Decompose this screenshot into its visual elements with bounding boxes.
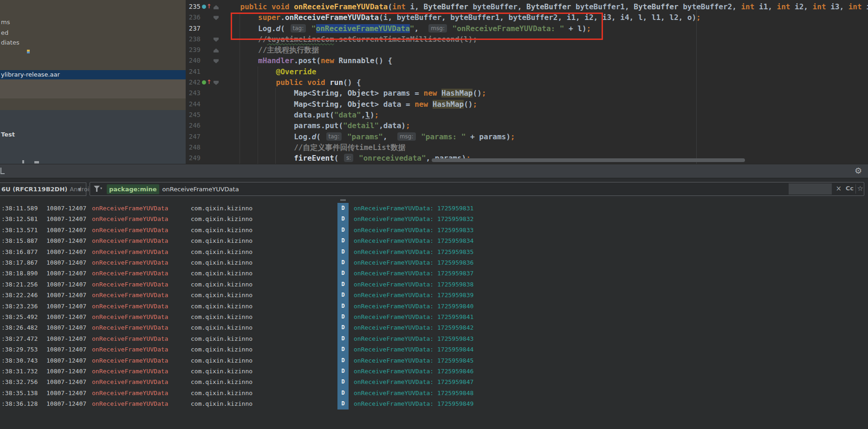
line-number[interactable]: 245	[186, 110, 201, 120]
log-pkg: com.qixin.kizinno	[191, 322, 253, 333]
line-number[interactable]: 242	[186, 77, 201, 88]
code-line-248[interactable]: 248 //自定义事件回传timeList数据	[186, 142, 868, 153]
gutter-blank	[201, 66, 213, 77]
code-line-236[interactable]: 236 super.onReceiveFrameYUVData(i, byteB…	[186, 12, 868, 23]
fold-up-icon[interactable]	[213, 1, 220, 12]
code-editor[interactable]: 235↑ public void onReceiveFrameYUVData(i…	[186, 0, 868, 164]
code-token: run	[330, 78, 343, 87]
log-row[interactable]: :38:23.23610807-12407onReceiveFrameYUVDa…	[0, 301, 868, 312]
code-line-242[interactable]: 242↑ public void run() {	[186, 77, 868, 88]
line-number[interactable]: 235	[186, 1, 201, 12]
log-row[interactable]: :38:27.47210807-12407onReceiveFrameYUVDa…	[0, 333, 868, 344]
log-row[interactable]: :38:25.49210807-12407onReceiveFrameYUVDa…	[0, 312, 868, 322]
clipped-fragment	[34, 161, 39, 163]
divider	[855, 184, 856, 194]
match-case-icon[interactable]: Cc	[846, 185, 854, 192]
editor-horizontal-scrollbar[interactable]	[432, 158, 745, 162]
log-row[interactable]: :38:13.57110807-12407onReceiveFrameYUVDa…	[0, 225, 868, 235]
line-number[interactable]: 241	[186, 66, 201, 77]
project-tree-item[interactable]: diates	[1, 38, 19, 47]
code-line-238[interactable]: 238 //tuyatimeLineCom.setCurrentTimeInMi…	[186, 34, 868, 45]
code-token: "params"	[347, 132, 383, 141]
code-line-243[interactable]: 243 Map<String, Object> params = new Has…	[186, 88, 868, 98]
inline-hint-chip: tag:	[291, 24, 306, 32]
code-token	[343, 132, 347, 141]
project-tree-item[interactable]: ms	[1, 18, 10, 27]
log-row[interactable]: :38:18.89010807-12407onReceiveFrameYUVDa…	[0, 268, 868, 279]
log-level-badge: D	[337, 398, 349, 409]
filter-funnel-icon[interactable]: ▾	[94, 185, 105, 193]
teal-dot-red-arrow-icon[interactable]: ↑	[201, 1, 213, 12]
favorite-star-icon[interactable]: ☆	[857, 184, 863, 193]
project-tree-item-selected[interactable]: ylibrary-release.aar	[0, 70, 186, 79]
code-line-239[interactable]: 239 //主线程执行数据	[186, 45, 868, 55]
code-token: "params: "	[421, 132, 466, 141]
code-line-235[interactable]: 235↑ public void onReceiveFrameYUVData(i…	[186, 1, 868, 12]
code-token	[354, 154, 359, 162]
code-token: (	[334, 154, 343, 162]
device-selector[interactable]: 6U (RFCR119B2DH) Android 12, API 31 ▼	[0, 182, 86, 196]
gutter-blank	[201, 88, 213, 98]
line-number[interactable]: 248	[186, 142, 201, 153]
code-text: super.onReceiveFrameYUVData(i, byteBuffe…	[220, 12, 701, 23]
log-row[interactable]: :38:22.24610807-12407onReceiveFrameYUVDa…	[0, 290, 868, 300]
log-row[interactable]: :38:16.87710807-12407onReceiveFrameYUVDa…	[0, 247, 868, 257]
code-line-237[interactable]: 237 Log.d( tag: "onReceiveFrameYUVData",…	[186, 23, 868, 34]
code-line-241[interactable]: 241 @Override	[186, 66, 868, 77]
log-row[interactable]: :38:31.73210807-12407onReceiveFrameYUVDa…	[0, 366, 868, 377]
log-row[interactable]: :38:32.75610807-12407onReceiveFrameYUVDa…	[0, 377, 868, 387]
code-line-245[interactable]: 245 data.put("data",l);	[186, 110, 868, 120]
project-tree-item-test[interactable]: Test	[1, 131, 15, 138]
green-dot-red-arrow-icon[interactable]: ↑	[201, 77, 213, 88]
log-tag: onReceiveFrameYUVData	[92, 355, 168, 366]
code-token: public	[276, 78, 303, 87]
code-token: new	[424, 89, 437, 98]
code-token: byteBuffer1,	[571, 2, 634, 11]
fold-down-icon[interactable]	[213, 77, 220, 88]
log-row[interactable]: :38:17.86710807-12407onReceiveFrameYUVDa…	[0, 257, 868, 268]
log-row[interactable]: :38:12.58110807-12407onReceiveFrameYUVDa…	[0, 214, 868, 224]
line-number[interactable]: 237	[186, 23, 201, 34]
line-number[interactable]: 238	[186, 34, 201, 45]
filter-chip-package-mine[interactable]: package:mine	[107, 184, 159, 194]
log-row[interactable]: :38:29.75310807-12407onReceiveFrameYUVDa…	[0, 344, 868, 355]
logcat-output[interactable]: :38:11.58910807-12407onReceiveFrameYUVDa…	[0, 198, 868, 429]
log-row[interactable]: :38:15.88710807-12407onReceiveFrameYUVDa…	[0, 235, 868, 246]
fold-blank	[213, 142, 220, 153]
fold-down-icon[interactable]	[213, 34, 220, 45]
log-row[interactable]: :38:26.48210807-12407onReceiveFrameYUVDa…	[0, 322, 868, 333]
line-number[interactable]: 247	[186, 131, 201, 142]
line-number[interactable]: 249	[186, 153, 201, 163]
line-number[interactable]: 236	[186, 12, 201, 23]
log-row[interactable]: :38:21.25610807-12407onReceiveFrameYUVDa…	[0, 279, 868, 290]
log-row[interactable]: :38:30.74310807-12407onReceiveFrameYUVDa…	[0, 355, 868, 366]
gear-icon[interactable]: ⚙	[855, 166, 862, 176]
log-row[interactable]: :38:35.13810807-12407onReceiveFrameYUVDa…	[0, 388, 868, 398]
line-number[interactable]: 244	[186, 99, 201, 110]
inline-hint-chip: msg:	[397, 132, 416, 141]
clear-filter-icon[interactable]: ×	[836, 184, 842, 193]
fold-up-icon[interactable]	[213, 45, 220, 55]
log-row[interactable]: :38:11.58910807-12407onReceiveFrameYUVDa…	[0, 203, 868, 214]
log-row[interactable]: :38:36.12810807-12407onReceiveFrameYUVDa…	[0, 398, 868, 409]
log-level-badge: D	[337, 203, 349, 214]
code-line-247[interactable]: 247 Log.d( tag: "params", msg: "params: …	[186, 131, 868, 142]
project-tree-item[interactable]: ed	[1, 28, 8, 38]
log-time: :38:11.589	[1, 203, 38, 214]
log-msg: onReceiveFrameYUVData: 1725959838	[354, 279, 473, 290]
line-number[interactable]: 243	[186, 88, 201, 98]
code-line-246[interactable]: 246 params.put("detail",data);	[186, 120, 868, 131]
fold-down-icon[interactable]	[213, 55, 220, 66]
line-number[interactable]: 246	[186, 120, 201, 131]
log-tag: onReceiveFrameYUVData	[92, 257, 168, 268]
filter-query-text[interactable]: onReceiveFrameYUVData	[162, 186, 239, 193]
code-line-240[interactable]: 240 mHandler.post(new Runnable() {	[186, 55, 868, 66]
code-token: data.put(	[294, 110, 334, 119]
code-token: i3,	[826, 2, 849, 11]
code-line-244[interactable]: 244 Map<String, Object> data = new HashM…	[186, 99, 868, 110]
fold-down-icon[interactable]	[213, 12, 220, 23]
logcat-filter-input[interactable]: ▾ package:mine onReceiveFrameYUVData × C…	[90, 182, 864, 196]
line-number[interactable]: 240	[186, 55, 201, 66]
line-number[interactable]: 239	[186, 45, 201, 55]
log-pid: 10807-12407	[46, 268, 86, 279]
